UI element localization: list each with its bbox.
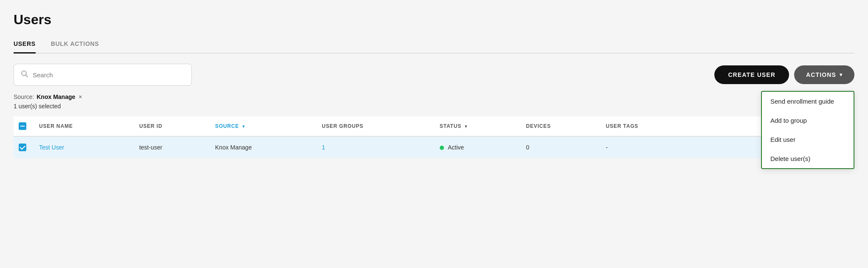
selected-count: 1 user(s) selected bbox=[14, 103, 854, 110]
source-filter-icon: ▾ bbox=[242, 124, 245, 129]
row-userid: test-user bbox=[134, 136, 210, 158]
status-dot bbox=[440, 146, 444, 150]
usergroup-link[interactable]: 1 bbox=[322, 144, 325, 151]
th-usertags: USER TAGS bbox=[601, 116, 698, 136]
source-value: Knox Manage bbox=[37, 93, 75, 100]
row-usergroups: 1 bbox=[317, 136, 435, 158]
tab-users[interactable]: USERS bbox=[14, 36, 36, 54]
users-table: USER NAME USER ID SOURCE ▾ USER GROUPS S… bbox=[14, 116, 854, 158]
th-userid: USER ID bbox=[134, 116, 210, 136]
create-user-button[interactable]: CREATE USER bbox=[714, 65, 789, 84]
chevron-down-icon: ▾ bbox=[840, 72, 843, 78]
th-usergroups: USER GROUPS bbox=[317, 116, 435, 136]
user-link[interactable]: Test User bbox=[39, 144, 64, 151]
th-status[interactable]: STATUS ▾ bbox=[435, 116, 521, 136]
toolbar-row: CREATE USER ACTIONS ▾ Send enrollment gu… bbox=[14, 64, 854, 86]
dropdown-item-delete-user[interactable]: Delete user(s) bbox=[762, 149, 854, 168]
svg-line-1 bbox=[26, 75, 28, 77]
source-label: Source: bbox=[14, 93, 34, 100]
source-clear-button[interactable]: × bbox=[79, 93, 82, 100]
status-filter-icon: ▾ bbox=[465, 124, 467, 129]
th-source[interactable]: SOURCE ▾ bbox=[210, 116, 317, 136]
dropdown-item-add-to-group[interactable]: Add to group bbox=[762, 111, 854, 130]
tabs-row: USERS BULK ACTIONS bbox=[14, 35, 854, 54]
source-filter-row: Source: Knox Manage × bbox=[14, 93, 854, 100]
table-row: Test User test-user Knox Manage 1 Active… bbox=[14, 136, 854, 158]
dropdown-item-edit-user[interactable]: Edit user bbox=[762, 130, 854, 149]
row-status: Active bbox=[435, 136, 521, 158]
th-checkbox bbox=[14, 116, 34, 136]
select-all-checkbox[interactable] bbox=[19, 122, 26, 130]
row-devices: 0 bbox=[521, 136, 601, 158]
page-title: Users bbox=[14, 12, 854, 28]
row-source: Knox Manage bbox=[210, 136, 317, 158]
row-select-checkbox[interactable] bbox=[19, 144, 26, 151]
search-box bbox=[14, 64, 192, 86]
tab-bulk-actions[interactable]: BULK ACTIONS bbox=[51, 36, 99, 54]
row-username: Test User bbox=[34, 136, 134, 158]
row-usertags: - bbox=[601, 136, 698, 158]
actions-dropdown: Send enrollment guide Add to group Edit … bbox=[761, 91, 854, 169]
actions-button[interactable]: ACTIONS ▾ bbox=[794, 65, 854, 84]
dropdown-item-send-enrollment[interactable]: Send enrollment guide bbox=[762, 92, 854, 111]
search-icon bbox=[21, 70, 28, 80]
th-devices: DEVICES bbox=[521, 116, 601, 136]
toolbar-actions: CREATE USER ACTIONS ▾ Send enrollment gu… bbox=[714, 65, 854, 84]
th-username: USER NAME bbox=[34, 116, 134, 136]
users-table-wrapper: USER NAME USER ID SOURCE ▾ USER GROUPS S… bbox=[14, 116, 854, 158]
table-header-row: USER NAME USER ID SOURCE ▾ USER GROUPS S… bbox=[14, 116, 854, 136]
row-checkbox[interactable] bbox=[14, 136, 34, 158]
search-input[interactable] bbox=[33, 71, 185, 79]
